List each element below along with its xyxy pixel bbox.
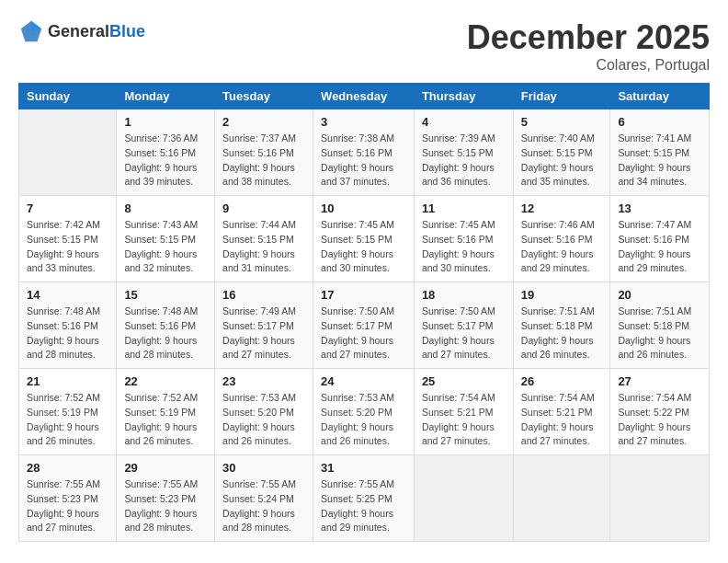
- day-number: 28: [27, 461, 108, 475]
- day-cell: 24Sunrise: 7:53 AM Sunset: 5:20 PM Dayli…: [313, 369, 415, 455]
- column-header-saturday: Saturday: [610, 84, 710, 109]
- day-cell: 23Sunrise: 7:53 AM Sunset: 5:20 PM Dayli…: [215, 369, 313, 455]
- day-number: 29: [124, 461, 207, 475]
- day-info: Sunrise: 7:55 AM Sunset: 5:25 PM Dayligh…: [321, 477, 406, 535]
- day-cell: 7Sunrise: 7:42 AM Sunset: 5:15 PM Daylig…: [19, 196, 117, 282]
- day-number: 31: [321, 461, 406, 475]
- day-cell: 31Sunrise: 7:55 AM Sunset: 5:25 PM Dayli…: [313, 455, 415, 542]
- day-cell: 3Sunrise: 7:38 AM Sunset: 5:16 PM Daylig…: [313, 109, 415, 196]
- day-info: Sunrise: 7:46 AM Sunset: 5:16 PM Dayligh…: [521, 218, 603, 276]
- day-info: Sunrise: 7:36 AM Sunset: 5:16 PM Dayligh…: [124, 132, 207, 190]
- day-number: 12: [521, 201, 603, 215]
- day-info: Sunrise: 7:41 AM Sunset: 5:15 PM Dayligh…: [618, 132, 701, 190]
- day-cell: 8Sunrise: 7:43 AM Sunset: 5:15 PM Daylig…: [117, 196, 215, 282]
- logo-general: General: [48, 22, 109, 40]
- calendar-table: SundayMondayTuesdayWednesdayThursdayFrid…: [18, 83, 710, 542]
- day-info: Sunrise: 7:48 AM Sunset: 5:16 PM Dayligh…: [124, 304, 207, 362]
- day-info: Sunrise: 7:45 AM Sunset: 5:16 PM Dayligh…: [422, 218, 506, 276]
- day-cell: 6Sunrise: 7:41 AM Sunset: 5:15 PM Daylig…: [610, 109, 710, 196]
- day-info: Sunrise: 7:55 AM Sunset: 5:24 PM Dayligh…: [222, 477, 305, 535]
- day-info: Sunrise: 7:54 AM Sunset: 5:21 PM Dayligh…: [422, 391, 506, 449]
- day-info: Sunrise: 7:55 AM Sunset: 5:23 PM Dayligh…: [124, 477, 207, 535]
- column-header-thursday: Thursday: [414, 84, 513, 109]
- day-info: Sunrise: 7:39 AM Sunset: 5:15 PM Dayligh…: [422, 132, 506, 190]
- day-cell: 18Sunrise: 7:50 AM Sunset: 5:17 PM Dayli…: [414, 282, 513, 369]
- logo-blue: Blue: [109, 22, 145, 40]
- day-number: 9: [222, 201, 305, 215]
- day-number: 8: [124, 201, 207, 215]
- calendar-header: SundayMondayTuesdayWednesdayThursdayFrid…: [19, 84, 710, 109]
- column-header-friday: Friday: [513, 84, 610, 109]
- day-number: 30: [222, 461, 305, 475]
- location: Colares, Portugal: [467, 57, 710, 74]
- month-title: December 2025: [467, 18, 710, 57]
- column-header-monday: Monday: [117, 84, 215, 109]
- day-number: 17: [321, 288, 406, 302]
- day-info: Sunrise: 7:43 AM Sunset: 5:15 PM Dayligh…: [124, 218, 207, 276]
- title-block: December 2025 Colares, Portugal: [467, 18, 710, 74]
- day-number: 16: [222, 288, 305, 302]
- day-number: 27: [618, 374, 701, 388]
- day-number: 13: [618, 201, 701, 215]
- day-number: 6: [618, 115, 701, 129]
- week-row-4: 21Sunrise: 7:52 AM Sunset: 5:19 PM Dayli…: [19, 369, 710, 455]
- day-cell: 13Sunrise: 7:47 AM Sunset: 5:16 PM Dayli…: [610, 196, 710, 282]
- day-cell: 4Sunrise: 7:39 AM Sunset: 5:15 PM Daylig…: [414, 109, 513, 196]
- day-cell: 22Sunrise: 7:52 AM Sunset: 5:19 PM Dayli…: [117, 369, 215, 455]
- day-cell: 28Sunrise: 7:55 AM Sunset: 5:23 PM Dayli…: [19, 455, 117, 542]
- week-row-1: 1Sunrise: 7:36 AM Sunset: 5:16 PM Daylig…: [19, 109, 710, 196]
- day-info: Sunrise: 7:53 AM Sunset: 5:20 PM Dayligh…: [321, 391, 406, 449]
- day-cell: 10Sunrise: 7:45 AM Sunset: 5:15 PM Dayli…: [313, 196, 415, 282]
- day-info: Sunrise: 7:52 AM Sunset: 5:19 PM Dayligh…: [27, 391, 108, 449]
- day-number: 20: [618, 288, 701, 302]
- day-cell: 29Sunrise: 7:55 AM Sunset: 5:23 PM Dayli…: [117, 455, 215, 542]
- day-cell: 5Sunrise: 7:40 AM Sunset: 5:15 PM Daylig…: [513, 109, 610, 196]
- logo: GeneralBlue: [18, 18, 145, 44]
- day-cell: [414, 455, 513, 542]
- day-cell: [513, 455, 610, 542]
- day-number: 5: [521, 115, 603, 129]
- day-info: Sunrise: 7:44 AM Sunset: 5:15 PM Dayligh…: [222, 218, 305, 276]
- day-number: 21: [27, 374, 108, 388]
- day-number: 24: [321, 374, 406, 388]
- day-info: Sunrise: 7:52 AM Sunset: 5:19 PM Dayligh…: [124, 391, 207, 449]
- day-number: 25: [422, 374, 506, 388]
- day-cell: 12Sunrise: 7:46 AM Sunset: 5:16 PM Dayli…: [513, 196, 610, 282]
- day-info: Sunrise: 7:54 AM Sunset: 5:21 PM Dayligh…: [521, 391, 603, 449]
- day-info: Sunrise: 7:50 AM Sunset: 5:17 PM Dayligh…: [321, 304, 406, 362]
- day-number: 23: [222, 374, 305, 388]
- day-number: 26: [521, 374, 603, 388]
- week-row-3: 14Sunrise: 7:48 AM Sunset: 5:16 PM Dayli…: [19, 282, 710, 369]
- day-number: 3: [321, 115, 406, 129]
- day-info: Sunrise: 7:37 AM Sunset: 5:16 PM Dayligh…: [222, 132, 305, 190]
- day-cell: 25Sunrise: 7:54 AM Sunset: 5:21 PM Dayli…: [414, 369, 513, 455]
- day-info: Sunrise: 7:49 AM Sunset: 5:17 PM Dayligh…: [222, 304, 305, 362]
- day-number: 22: [124, 374, 207, 388]
- column-header-sunday: Sunday: [19, 84, 117, 109]
- calendar-body: 1Sunrise: 7:36 AM Sunset: 5:16 PM Daylig…: [19, 109, 710, 542]
- day-number: 15: [124, 288, 207, 302]
- week-row-5: 28Sunrise: 7:55 AM Sunset: 5:23 PM Dayli…: [19, 455, 710, 542]
- day-number: 11: [422, 201, 506, 215]
- day-cell: 15Sunrise: 7:48 AM Sunset: 5:16 PM Dayli…: [117, 282, 215, 369]
- day-cell: 27Sunrise: 7:54 AM Sunset: 5:22 PM Dayli…: [610, 369, 710, 455]
- day-info: Sunrise: 7:40 AM Sunset: 5:15 PM Dayligh…: [521, 132, 603, 190]
- day-cell: [19, 109, 117, 196]
- day-cell: 14Sunrise: 7:48 AM Sunset: 5:16 PM Dayli…: [19, 282, 117, 369]
- day-info: Sunrise: 7:50 AM Sunset: 5:17 PM Dayligh…: [422, 304, 506, 362]
- day-info: Sunrise: 7:53 AM Sunset: 5:20 PM Dayligh…: [222, 391, 305, 449]
- day-cell: 26Sunrise: 7:54 AM Sunset: 5:21 PM Dayli…: [513, 369, 610, 455]
- day-info: Sunrise: 7:48 AM Sunset: 5:16 PM Dayligh…: [27, 304, 108, 362]
- day-cell: 16Sunrise: 7:49 AM Sunset: 5:17 PM Dayli…: [215, 282, 313, 369]
- day-info: Sunrise: 7:55 AM Sunset: 5:23 PM Dayligh…: [27, 477, 108, 535]
- day-cell: 21Sunrise: 7:52 AM Sunset: 5:19 PM Dayli…: [19, 369, 117, 455]
- day-number: 7: [27, 201, 108, 215]
- logo-icon: [18, 18, 44, 44]
- day-cell: 17Sunrise: 7:50 AM Sunset: 5:17 PM Dayli…: [313, 282, 415, 369]
- day-info: Sunrise: 7:38 AM Sunset: 5:16 PM Dayligh…: [321, 132, 406, 190]
- day-number: 19: [521, 288, 603, 302]
- day-cell: 11Sunrise: 7:45 AM Sunset: 5:16 PM Dayli…: [414, 196, 513, 282]
- day-cell: 20Sunrise: 7:51 AM Sunset: 5:18 PM Dayli…: [610, 282, 710, 369]
- week-row-2: 7Sunrise: 7:42 AM Sunset: 5:15 PM Daylig…: [19, 196, 710, 282]
- day-info: Sunrise: 7:47 AM Sunset: 5:16 PM Dayligh…: [618, 218, 701, 276]
